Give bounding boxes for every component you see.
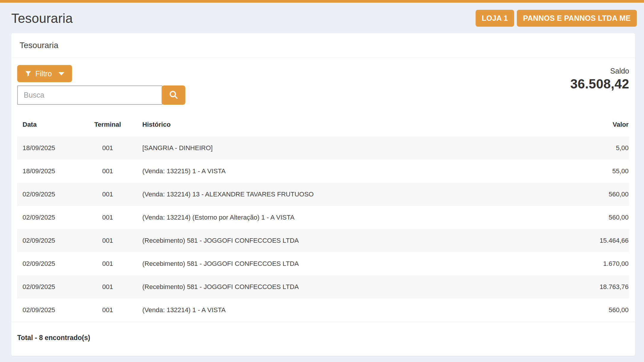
cell-terminal: 001: [85, 206, 130, 229]
saldo-value: 36.508,42: [570, 77, 629, 91]
cell-historico: (Venda: 132214) 1 - A VISTA: [130, 299, 560, 322]
filter-search-group: Filtro: [17, 65, 185, 105]
table-row[interactable]: 18/09/2025001[SANGRIA - DINHEIRO]5,00: [17, 136, 629, 160]
cell-historico: (Venda: 132215) 1 - A VISTA: [130, 160, 560, 183]
cell-valor: 15.464,66: [560, 229, 629, 252]
store-badge[interactable]: LOJA 1: [476, 10, 514, 27]
cell-valor: 18.763,76: [560, 275, 629, 299]
cell-valor: 560,00: [560, 206, 629, 229]
cell-data: 02/09/2025: [17, 229, 85, 252]
table-row[interactable]: 18/09/2025001(Venda: 132215) 1 - A VISTA…: [17, 160, 629, 183]
column-header-historico: Histórico: [130, 114, 560, 136]
table-body: 18/09/2025001[SANGRIA - DINHEIRO]5,0018/…: [17, 136, 629, 322]
card-title: Tesouraria: [11, 33, 635, 58]
table-header-row: Data Terminal Histórico Valor: [17, 114, 629, 136]
cell-terminal: 001: [85, 136, 130, 160]
cell-historico: (Recebimento) 581 - JOGGOFI CONFECCOES L…: [130, 275, 560, 299]
cell-terminal: 001: [85, 299, 130, 322]
page-title: Tesouraria: [11, 11, 73, 26]
cell-data: 02/09/2025: [17, 275, 85, 299]
magnifier-icon: [168, 90, 178, 101]
transactions-table: Data Terminal Histórico Valor 18/09/2025…: [17, 114, 629, 322]
cell-terminal: 001: [85, 160, 130, 183]
cell-terminal: 001: [85, 252, 130, 275]
cell-data: 18/09/2025: [17, 160, 85, 183]
cell-terminal: 001: [85, 229, 130, 252]
search-button[interactable]: [162, 85, 185, 105]
table-row[interactable]: 02/09/2025001(Recebimento) 581 - JOGGOFI…: [17, 252, 629, 275]
saldo-block: Saldo 36.508,42: [570, 67, 629, 91]
cell-historico: (Venda: 132214) (Estorno por Alteração) …: [130, 206, 560, 229]
results-total: Total - 8 encontrado(s): [11, 322, 635, 356]
column-header-terminal: Terminal: [85, 114, 130, 136]
cell-terminal: 001: [85, 275, 130, 299]
cell-historico: (Recebimento) 581 - JOGGOFI CONFECCOES L…: [130, 229, 560, 252]
table-row[interactable]: 02/09/2025001(Venda: 132214) (Estorno po…: [17, 206, 629, 229]
cell-data: 18/09/2025: [17, 136, 85, 160]
search-input[interactable]: [17, 85, 162, 105]
filter-button[interactable]: Filtro: [17, 65, 72, 82]
cell-valor: 560,00: [560, 299, 629, 322]
saldo-label: Saldo: [570, 67, 629, 75]
table-row[interactable]: 02/09/2025001(Recebimento) 581 - JOGGOFI…: [17, 229, 629, 252]
tesouraria-card: Tesouraria Filtro: [11, 33, 635, 356]
cell-valor: 5,00: [560, 136, 629, 160]
page-header: Tesouraria LOJA 1 PANNOS E PANNOS LTDA M…: [0, 3, 644, 33]
column-header-valor: Valor: [560, 114, 629, 136]
cell-data: 02/09/2025: [17, 183, 85, 206]
table-row[interactable]: 02/09/2025001(Venda: 132214) 1 - A VISTA…: [17, 299, 629, 322]
search-row: [17, 85, 185, 105]
cell-valor: 560,00: [560, 183, 629, 206]
cell-valor: 55,00: [560, 160, 629, 183]
filter-button-label: Filtro: [35, 69, 52, 78]
toolbar: Filtro Saldo: [17, 65, 629, 105]
card-body: Filtro Saldo: [11, 58, 635, 322]
top-accent-bar: [0, 0, 644, 3]
cell-data: 02/09/2025: [17, 206, 85, 229]
cell-terminal: 001: [85, 183, 130, 206]
cell-data: 02/09/2025: [17, 299, 85, 322]
badge-group: LOJA 1 PANNOS E PANNOS LTDA ME: [476, 10, 637, 27]
company-badge[interactable]: PANNOS E PANNOS LTDA ME: [517, 10, 637, 27]
table-row[interactable]: 02/09/2025001(Venda: 132214) 13 - ALEXAN…: [17, 183, 629, 206]
cell-historico: (Recebimento) 581 - JOGGOFI CONFECCOES L…: [130, 252, 560, 275]
cell-historico: (Venda: 132214) 13 - ALEXANDRE TAVARES F…: [130, 183, 560, 206]
filter-funnel-icon: [25, 70, 31, 77]
caret-down-icon: [58, 72, 64, 75]
cell-historico: [SANGRIA - DINHEIRO]: [130, 136, 560, 160]
column-header-data: Data: [17, 114, 85, 136]
table-row[interactable]: 02/09/2025001(Recebimento) 581 - JOGGOFI…: [17, 275, 629, 299]
cell-data: 02/09/2025: [17, 252, 85, 275]
cell-valor: 1.670,00: [560, 252, 629, 275]
